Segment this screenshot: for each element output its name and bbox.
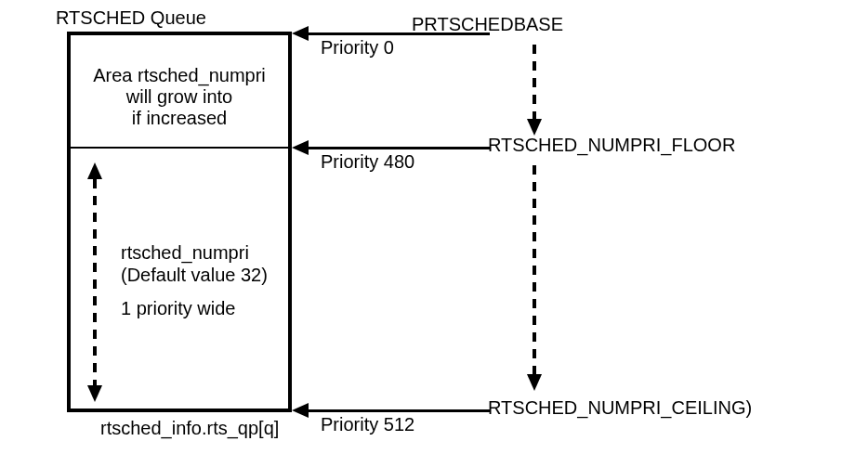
lower-box-line2: (Default value 32) <box>121 264 268 286</box>
bottom-label: rtsched_info.rts_qp[q] <box>100 418 279 439</box>
upper-box-line3: if increased <box>74 108 284 129</box>
upper-box-line1: Area rtsched_numpri <box>74 65 284 86</box>
arrow-left-icon-p480 <box>292 140 309 155</box>
box-bottom-border <box>67 409 292 412</box>
priority-512-label: Priority 512 <box>321 414 414 435</box>
box-right-border <box>288 32 292 412</box>
lower-box-text: rtsched_numpri (Default value 32) 1 prio… <box>121 241 268 319</box>
inner-dashed-line <box>93 179 97 385</box>
arrow-line-p480 <box>309 147 490 149</box>
upper-box-text: Area rtsched_numpri will grow into if in… <box>74 65 284 129</box>
right-dash-upper <box>533 45 536 119</box>
arrow-line-p512 <box>309 409 490 412</box>
lower-box-line1: rtsched_numpri <box>121 241 268 264</box>
diagram-canvas: RTSCHED Queue Area rtsched_numpri will g… <box>0 0 868 467</box>
arrow-left-icon-p0 <box>292 26 309 41</box>
upper-box-line2: will grow into <box>74 86 284 108</box>
priority-480-label: Priority 480 <box>321 151 414 173</box>
diagram-title: RTSCHED Queue <box>56 7 206 29</box>
box-left-border <box>67 32 71 412</box>
box-divider <box>69 147 290 149</box>
prtschedbase-label: PRTSCHEDBASE <box>412 14 563 35</box>
priority-0-label: Priority 0 <box>321 37 394 58</box>
inner-arrow-down-icon <box>87 385 102 402</box>
lower-box-line3: 1 priority wide <box>121 297 268 319</box>
right-arrow-down-lower-icon <box>527 374 542 391</box>
inner-arrow-up-icon <box>87 162 102 179</box>
right-arrow-down-upper-icon <box>527 119 542 136</box>
arrow-left-icon-p512 <box>292 403 309 418</box>
numpri-floor-label: RTSCHED_NUMPRI_FLOOR <box>488 135 735 156</box>
box-top-border <box>67 32 292 35</box>
right-dash-lower <box>533 165 536 374</box>
numpri-ceiling-label: RTSCHED_NUMPRI_CEILING) <box>488 397 752 419</box>
